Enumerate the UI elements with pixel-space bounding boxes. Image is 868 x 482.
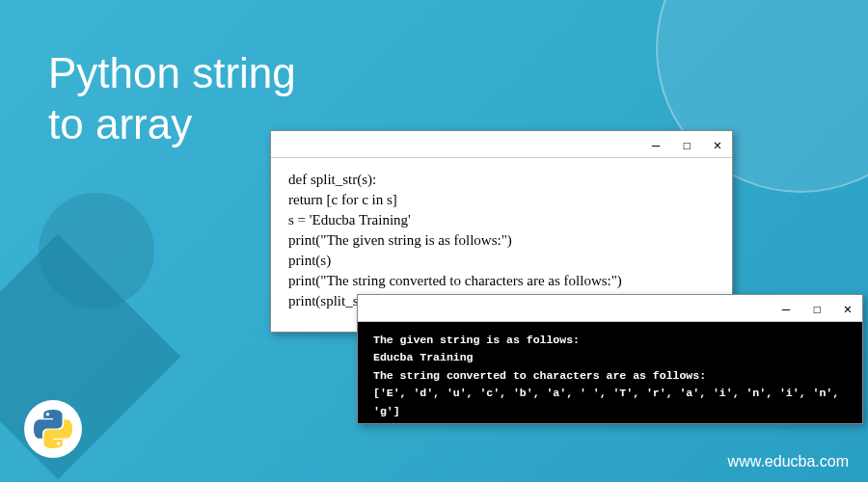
terminal-line: The given string is as follows:	[373, 332, 847, 349]
close-icon[interactable]: ✕	[841, 302, 854, 315]
code-line: print(s)	[288, 251, 715, 271]
python-logo-icon	[24, 400, 82, 458]
maximize-icon[interactable]: ☐	[680, 138, 693, 151]
window-title-bar: — ☐ ✕	[358, 295, 862, 322]
website-url: www.educba.com	[728, 453, 849, 470]
code-line: print("The given string is as follows:")	[288, 230, 715, 251]
code-line: s = 'Educba Training'	[288, 210, 715, 230]
maximize-icon[interactable]: ☐	[810, 302, 824, 315]
title-line-1: Python string	[48, 48, 296, 99]
title-line-2: to array	[48, 99, 296, 150]
terminal-line: The string converted to characters are a…	[373, 367, 847, 385]
code-line: return [c for c in s]	[288, 190, 715, 210]
window-title-bar: — ☐ ✕	[271, 131, 732, 158]
code-line: print("The string converted to character…	[288, 271, 715, 291]
close-icon[interactable]: ✕	[711, 138, 724, 151]
code-line: def split_str(s):	[288, 170, 715, 190]
terminal-window: — ☐ ✕ The given string is as follows: Ed…	[357, 294, 863, 424]
terminal-content: The given string is as follows: Educba T…	[358, 322, 862, 430]
terminal-line: ['E', 'd', 'u', 'c', 'b', 'a', ' ', 'T',…	[373, 385, 847, 420]
terminal-line: Educba Training	[373, 349, 847, 366]
page-title: Python string to array	[48, 48, 296, 150]
minimize-icon[interactable]: —	[779, 302, 793, 315]
minimize-icon[interactable]: —	[649, 138, 663, 151]
